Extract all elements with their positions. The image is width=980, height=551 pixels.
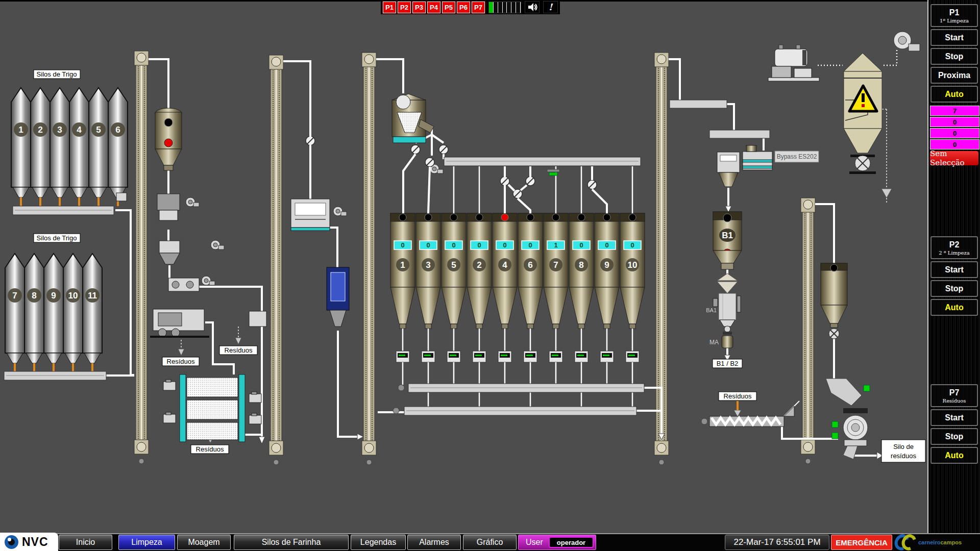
collection-conveyors (393, 384, 644, 415)
nav-silos-de-farinha[interactable]: Silos de Farinha (234, 535, 349, 550)
bin-body[interactable] (518, 213, 543, 287)
bin-body[interactable] (390, 213, 415, 287)
p2-stop-button[interactable]: Stop (930, 280, 978, 297)
process-mimic: 123456 7891011 010305020406170809010 (0, 0, 927, 533)
p7-stop-button[interactable]: Stop (930, 428, 978, 445)
user-label: User (526, 538, 543, 547)
silo-body[interactable] (44, 254, 63, 353)
p1-title: P1 (949, 8, 960, 17)
plansifter[interactable] (163, 374, 261, 442)
silo-body[interactable] (69, 88, 89, 187)
silo-number: 5 (96, 125, 101, 135)
p7-section-button[interactable]: P7 Resíduos (930, 384, 978, 407)
process-sidebar: P1 1ª Limpeza Start Stop Proxima Auto 7 … (927, 0, 980, 533)
bin-body[interactable] (416, 213, 440, 287)
silo-body[interactable] (5, 254, 24, 353)
silo-number: 8 (32, 291, 36, 300)
logged-user-button[interactable]: operador (549, 537, 594, 548)
silo-number: 10 (68, 291, 78, 300)
nav-alarmes[interactable]: Alarmes (407, 535, 461, 550)
bin-body[interactable] (442, 213, 466, 287)
bin-body[interactable] (620, 213, 645, 287)
p2-section-button[interactable]: P2 2 ª Limpeza (930, 236, 978, 259)
page-button-p3[interactable]: P3 (412, 2, 426, 13)
p1-section-button[interactable]: P1 1ª Limpeza (930, 4, 978, 27)
bin-number: 6 (528, 260, 532, 270)
silo-body[interactable] (31, 88, 50, 187)
mute-button[interactable] (525, 1, 540, 13)
silo-body[interactable] (63, 254, 83, 353)
p7-start-button[interactable]: Start (930, 409, 978, 426)
page-button-p2[interactable]: P2 (398, 2, 411, 13)
first-cleaning-hopper[interactable] (155, 108, 182, 170)
user-panel[interactable]: User operador (518, 535, 596, 550)
filter-cyclone[interactable] (844, 53, 892, 198)
bin-alarm-indicator (501, 214, 508, 221)
nav-grafico[interactable]: Gráfico (463, 535, 517, 550)
alarm-ack-button[interactable]: ! (543, 1, 558, 13)
p2-start-button[interactable]: Start (930, 261, 978, 278)
bin-level-value: 0 (401, 241, 404, 249)
feeder-run-indicator (552, 355, 558, 356)
silo-body[interactable] (83, 254, 102, 353)
residues-rotary-valve[interactable] (826, 379, 870, 459)
second-cleaning-silo[interactable] (821, 263, 847, 339)
scada-screen: 123456 7891011 010305020406170809010 (0, 0, 980, 551)
p1-value-1: 7 (930, 106, 979, 116)
page-button-p1[interactable]: P1 (383, 2, 396, 13)
wheat-silos-group-1[interactable]: 123456 (11, 88, 128, 206)
silo-body[interactable] (89, 88, 108, 187)
residues-screw-conveyor (701, 401, 794, 427)
cleaning-machines (150, 194, 266, 337)
silo-body[interactable] (24, 254, 44, 353)
page-button-p5[interactable]: P5 (442, 2, 455, 13)
silo-residuos-label-line2: resíduos (891, 452, 916, 460)
nav-inicio[interactable]: Inicio (59, 535, 112, 550)
nav-legendas[interactable]: Legendas (351, 535, 406, 550)
bin-body[interactable] (493, 213, 517, 287)
wheat-silos-group-2[interactable]: 7891011 (5, 254, 102, 371)
feeder-run-indicator (577, 355, 584, 356)
silo-body[interactable] (108, 88, 128, 187)
p1-subtitle: 1ª Limpeza (940, 18, 969, 23)
alarm-level-meter (488, 2, 521, 13)
p7-subtitle: Resíduos (943, 398, 966, 404)
silo-number: 9 (51, 291, 56, 300)
p1-start-button[interactable]: Start (930, 29, 978, 46)
residuos-label-1: Resíduos (167, 358, 195, 365)
p7-auto-button[interactable]: Auto (930, 447, 978, 464)
feeder-run-indicator (526, 355, 533, 356)
feeder-run-indicator (450, 355, 456, 356)
b1-bin[interactable]: B1 (713, 212, 742, 269)
nav-limpeza[interactable]: Limpeza (118, 535, 175, 550)
top-alarm-bar: P1 P2 P3 P4 P5 P6 P7 ! (381, 0, 560, 14)
p1-stop-button[interactable]: Stop (930, 48, 978, 65)
nav-moagem[interactable]: Moagem (177, 535, 231, 550)
bin-body[interactable] (544, 213, 568, 287)
page-button-p7[interactable]: P7 (472, 2, 485, 13)
p1-proxima-button[interactable]: Proxima (930, 67, 978, 84)
cleaning-bins[interactable]: 010305020406170809010 (390, 213, 645, 408)
diverter-valve-icons[interactable] (306, 136, 597, 198)
bin-level-value: 0 (630, 241, 634, 249)
bin-number: 10 (628, 260, 638, 270)
ma-magnet: MA (709, 336, 733, 348)
silo-body[interactable] (50, 88, 69, 187)
aspiration-fan (894, 32, 920, 51)
p2-auto-button[interactable]: Auto (930, 299, 978, 316)
bin-number: 8 (579, 260, 583, 270)
p1-auto-button[interactable]: Auto (930, 86, 978, 103)
bin-body[interactable] (467, 213, 492, 287)
page-button-p4[interactable]: P4 (427, 2, 440, 13)
ba1-scale: BA1 (706, 273, 741, 335)
bin-body[interactable] (569, 213, 594, 287)
silo-body[interactable] (11, 88, 31, 187)
bin-body[interactable] (595, 213, 619, 287)
b1-b2-label: B1 / B2 (717, 360, 739, 367)
emergency-button[interactable]: EMERGÊNCIA (831, 535, 892, 550)
second-cleaning-feeders (670, 100, 772, 187)
page-button-p6[interactable]: P6 (457, 2, 470, 13)
residuos-label-4: Resíduos (724, 392, 752, 400)
bin-level-value: 0 (579, 241, 583, 249)
bypass-button-label[interactable]: Bypass ES202 (777, 153, 817, 160)
